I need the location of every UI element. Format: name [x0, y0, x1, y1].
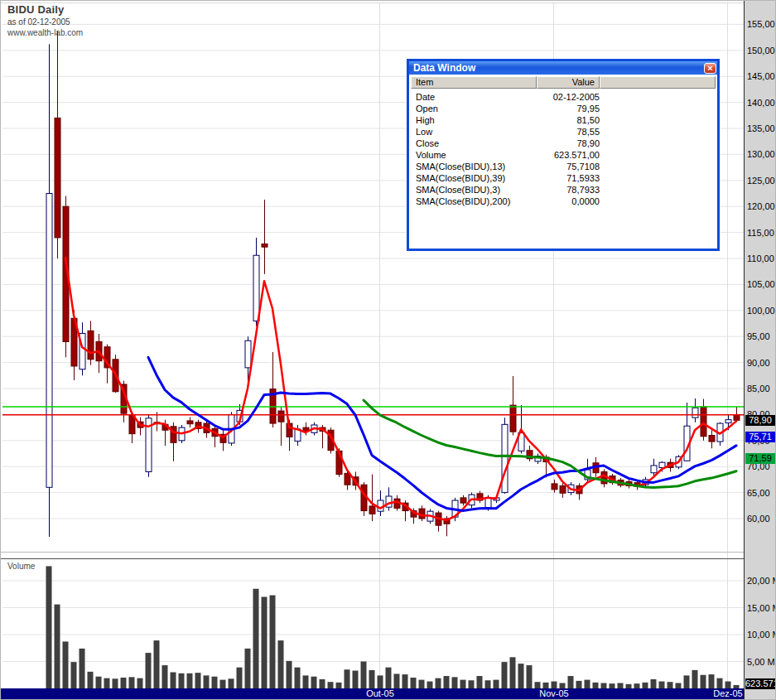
- volume-bar: [593, 683, 599, 688]
- volume-bar: [237, 668, 243, 688]
- price-tick-label: 115,00: [747, 228, 774, 239]
- price-tick-label: 95,00: [747, 331, 770, 342]
- volume-bar: [220, 680, 226, 688]
- volume-bar: [262, 597, 268, 689]
- date-axis-bar[interactable]: Out-05 Nov-05 Dez-05: [1, 688, 745, 699]
- price-tick-label: 125,00: [747, 176, 775, 186]
- volume-bar: [121, 678, 127, 688]
- volume-bar: [369, 670, 375, 688]
- data-window-row: Open79,95: [411, 103, 716, 114]
- candle-body: [560, 485, 566, 493]
- volume-bar: [204, 675, 210, 688]
- price-tick-label: 105,00: [747, 279, 775, 290]
- candle-body: [502, 424, 508, 492]
- candle-body: [187, 421, 193, 424]
- item-cell: High: [411, 114, 537, 126]
- volume-bar: [46, 566, 52, 688]
- candle-body: [460, 498, 466, 503]
- candle-body: [55, 118, 60, 237]
- volume-bar: [195, 673, 201, 688]
- candle-body: [734, 415, 740, 421]
- price-tick-label: 90,00: [747, 358, 770, 369]
- volume-bar: [717, 678, 723, 688]
- volume-bar: [71, 662, 77, 688]
- volume-bar: [386, 668, 392, 688]
- volume-bar: [543, 683, 549, 688]
- value-cell: 79,95: [537, 103, 600, 114]
- close-button[interactable]: ×: [704, 63, 716, 74]
- volume-bar: [295, 668, 301, 688]
- item-cell: Volume: [411, 149, 537, 161]
- candle-body: [369, 506, 375, 514]
- volume-bar: [477, 676, 483, 688]
- volume-bar: [63, 641, 69, 688]
- volume-bar: [137, 678, 143, 688]
- volume-bar: [320, 679, 325, 688]
- data-window-row: SMA(Close(BIDU),200)0,0000: [411, 196, 716, 207]
- price-tick-label: 130,00: [747, 149, 775, 160]
- price-tick-label: 100,00: [747, 306, 775, 316]
- chart-website: www.wealth-lab.com: [7, 28, 83, 37]
- candle-body: [552, 484, 557, 490]
- item-cell: SMA(Close(BIDU),13): [411, 161, 537, 172]
- right-price-axis[interactable]: 78,90 75,71 71,59 623.571 155,00150,0014…: [744, 1, 776, 700]
- data-window-titlebar[interactable]: Data Window ×: [409, 61, 717, 75]
- value-cell: 75,7108: [537, 161, 600, 172]
- volume-tick-label: 20,00 M: [747, 576, 776, 587]
- volume-bar: [568, 676, 574, 688]
- volume-bar: [345, 669, 350, 688]
- volume-bar: [278, 640, 284, 688]
- volume-bar: [104, 678, 110, 688]
- volume-bar: [576, 681, 582, 688]
- item-cell: SMA(Close(BIDU),200): [411, 196, 537, 207]
- candle-body: [88, 331, 94, 360]
- candle-body: [253, 255, 259, 321]
- data-window-row: Volume623.571,00: [411, 149, 716, 161]
- price-tick-label: 120,00: [747, 201, 775, 212]
- value-cell: 81,50: [537, 114, 600, 126]
- candle-body: [510, 405, 516, 432]
- candle-body: [46, 194, 52, 488]
- volume-bar: [113, 678, 118, 688]
- data-window-row: Date02-12-2005: [411, 91, 716, 103]
- value-cell: 02-12-2005: [537, 91, 600, 103]
- data-window-header-row: Item Value: [411, 76, 716, 89]
- sma13-value-badge: 75,71: [745, 432, 775, 442]
- chart-subtitle: as of 02-12-2005: [7, 17, 83, 27]
- data-window-row: SMA(Close(BIDU),39)71,5933: [411, 172, 716, 184]
- volume-bar: [436, 678, 441, 688]
- volume-tick-label: 10,00 M: [747, 630, 776, 640]
- volume-bar: [336, 683, 342, 688]
- last-close-badge: 78,90: [745, 415, 775, 426]
- price-tick-label: 140,00: [747, 98, 775, 109]
- volume-bar: [253, 589, 259, 688]
- volume-bar: [460, 680, 466, 688]
- candle-body: [278, 411, 284, 422]
- volume-bar: [485, 680, 491, 688]
- volume-bar: [361, 662, 367, 689]
- volume-bar: [162, 665, 168, 688]
- volume-bar: [154, 640, 160, 688]
- column-header-value: Value: [537, 76, 600, 89]
- volume-bar: [394, 673, 400, 688]
- value-cell: 623.571,00: [537, 149, 600, 161]
- item-cell: Low: [411, 126, 537, 138]
- value-cell: 78,55: [537, 126, 600, 138]
- value-cell: 78,90: [537, 138, 600, 149]
- volume-bar: [179, 673, 185, 688]
- data-window-body: Item Value Date02-12-2005Open79,95High81…: [411, 76, 716, 247]
- price-tick-label: 155,00: [747, 19, 775, 30]
- month-label-out05: Out-05: [364, 688, 397, 699]
- column-header-item: Item: [411, 76, 537, 89]
- volume-bar: [659, 682, 665, 688]
- volume-bar: [88, 672, 94, 688]
- volume-bar: [129, 677, 135, 688]
- candle-body: [692, 408, 698, 418]
- volume-bar: [328, 682, 334, 688]
- volume-tick-label: 15,00 M: [747, 603, 776, 614]
- volume-pane-label: Volume: [7, 562, 35, 571]
- close-icon: ×: [707, 63, 712, 73]
- volume-bar: [411, 678, 417, 688]
- data-window-row: SMA(Close(BIDU),13)75,7108: [411, 161, 716, 172]
- volume-bar: [171, 673, 176, 689]
